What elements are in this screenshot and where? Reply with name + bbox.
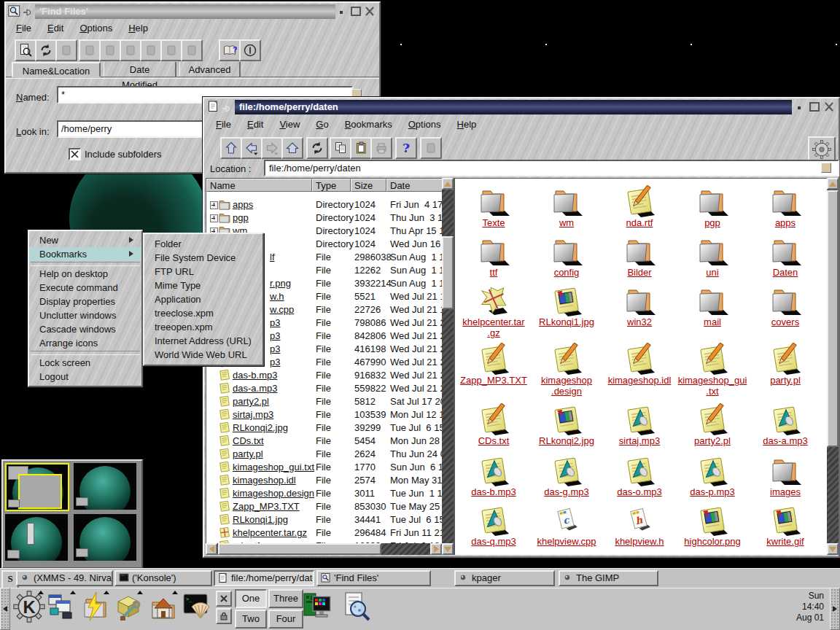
- tree-file-name[interactable]: apps: [233, 199, 253, 210]
- kfm-app-icon[interactable]: [207, 101, 219, 113]
- submenu-item-mime-type[interactable]: Mime Type: [144, 279, 262, 292]
- submenu-item-ftp-url[interactable]: FTP URL: [144, 265, 262, 279]
- menu-help[interactable]: Help: [457, 119, 477, 130]
- file-icon-cell[interactable]: Zapp_MP3.TXT: [459, 343, 529, 386]
- file-icon-cell[interactable]: RLkonqi1.jpg: [532, 284, 602, 327]
- file-icon-cell[interactable]: apps: [750, 185, 820, 228]
- file-icon-label[interactable]: images: [750, 487, 820, 497]
- menu-help[interactable]: Help: [128, 23, 148, 34]
- file-icon-label[interactable]: khelpview.h: [604, 537, 674, 547]
- pager-window-thumb-active[interactable]: [18, 474, 62, 509]
- file-icon-cell[interactable]: covers: [750, 284, 820, 327]
- disk-toolbar-button[interactable]: [181, 39, 203, 61]
- file-icon-label[interactable]: .txt: [677, 386, 747, 397]
- file-icon-cell[interactable]: kimageshop.idl: [604, 343, 674, 386]
- tree-row[interactable]: das-a.mp3File559822Wed Jul 21 21: [206, 382, 443, 395]
- forward-toolbar-button[interactable]: [261, 137, 283, 159]
- taskbar-entry-xmms-49-nirvan[interactable]: (XMMS - 49. Nirvan...: [16, 570, 113, 586]
- file-icon-label[interactable]: uni: [677, 268, 747, 278]
- file-icon-label[interactable]: party2.pl: [677, 436, 747, 446]
- file-icon-cell[interactable]: highcolor.png: [677, 504, 747, 547]
- tree-row[interactable]: khelpcenter.tar.gzFile296484Fri Jun 11 2…: [206, 526, 443, 540]
- pager-window-thumb[interactable]: [27, 523, 34, 545]
- back-toolbar-button[interactable]: [241, 137, 262, 159]
- tree-file-name[interactable]: p3: [270, 357, 280, 368]
- tree-row[interactable]: pgpDirectory1024Thu Jun 3 19: [206, 211, 443, 225]
- context-menu-item-logout[interactable]: Logout: [29, 370, 141, 384]
- file-icon-label[interactable]: .design: [532, 386, 602, 397]
- tree-expander-icon[interactable]: [210, 201, 218, 209]
- file-icon-cell[interactable]: config: [532, 235, 602, 278]
- tree-file-name[interactable]: party2.pl: [233, 396, 269, 407]
- up-toolbar-button[interactable]: [220, 137, 242, 159]
- scrollbar-thumb[interactable]: [442, 236, 454, 309]
- new-toolbar-button[interactable]: [79, 39, 101, 61]
- tree-row[interactable]: kimageshop_gui.txtFile1770Sun Jun 6 14: [206, 461, 443, 474]
- file-icon-cell[interactable]: party2.pl: [677, 403, 747, 446]
- file-icon-cell[interactable]: Texte: [459, 185, 529, 228]
- file-icon-cell[interactable]: win32: [604, 284, 674, 327]
- file-icon-cell[interactable]: das-o.mp3: [604, 454, 674, 497]
- submenu-item-treeopen-xpm[interactable]: treeopen.xpm: [144, 320, 262, 334]
- shell-icon[interactable]: >_: [181, 591, 213, 624]
- file-icon-cell[interactable]: pgp: [677, 185, 747, 228]
- file-icon-cell[interactable]: hkhelpview.h: [604, 504, 674, 547]
- file-icon-label[interactable]: nda.rtf: [604, 218, 674, 228]
- file-icon-label[interactable]: pgp: [677, 218, 747, 228]
- window-list-icon[interactable]: [45, 591, 77, 624]
- tab-advanced[interactable]: Advanced: [179, 62, 241, 77]
- scroll-down-button[interactable]: [827, 543, 839, 555]
- taskbar-entry-the-gimp[interactable]: The GIMP: [559, 570, 658, 586]
- menu-options[interactable]: Options: [79, 23, 112, 34]
- file-icon-label[interactable]: apps: [750, 218, 820, 228]
- file-icon-label[interactable]: .gz: [459, 328, 529, 338]
- file-icon-label[interactable]: win32: [604, 317, 674, 327]
- paste-toolbar-button[interactable]: [350, 137, 372, 159]
- display-settings-icon[interactable]: [302, 591, 334, 624]
- reload-toolbar-button[interactable]: [35, 39, 57, 61]
- file-icon-label[interactable]: covers: [750, 317, 820, 327]
- tree-file-name[interactable]: r.png: [270, 278, 291, 289]
- submenu-item-application[interactable]: Application: [144, 292, 262, 306]
- submenu-item-folder[interactable]: Folder: [144, 237, 262, 251]
- icon-view-vertical-scrollbar[interactable]: [827, 178, 839, 555]
- file-icon-label[interactable]: kimageshop_gui: [677, 376, 747, 386]
- file-icon-label[interactable]: sirtaj.mp3: [604, 436, 674, 446]
- taskbar-entry-konsole[interactable]: ('Konsole'): [114, 570, 212, 586]
- stop-toolbar-button[interactable]: [55, 39, 77, 61]
- tab-name-location[interactable]: Name&Location: [12, 62, 101, 77]
- tree-file-name[interactable]: RLkonqi2.jpg: [233, 422, 288, 433]
- file-icon-cell[interactable]: kwrite.gif: [750, 504, 820, 547]
- tree-row[interactable]: kimageshop.designFile3011Tue Jun 1 15: [206, 487, 443, 500]
- location-input[interactable]: file:/home/perry/daten: [264, 160, 839, 176]
- file-icon-label[interactable]: das-o.mp3: [604, 487, 674, 497]
- context-menu-item-display-properties[interactable]: Display properties: [29, 295, 141, 308]
- copy-toolbar-button[interactable]: [330, 137, 351, 159]
- scroll-left-button[interactable]: [206, 543, 217, 555]
- file-icon-cell[interactable]: RLkonqi2.jpg: [532, 403, 602, 446]
- file-icon-label[interactable]: khelpcenter.tar: [459, 317, 529, 327]
- maximize-button[interactable]: [809, 102, 820, 112]
- tree-row[interactable]: appsDirectory1024Fri Jun 4 17:: [206, 198, 443, 211]
- tree-row[interactable]: RLkonqi2.jpgFile39299Tue Jul 6 15:: [206, 421, 443, 435]
- go-toolbar-button[interactable]: [140, 39, 162, 61]
- tree-row[interactable]: party2.plFile5812Sat Jul 17 20:: [206, 395, 443, 408]
- scroll-up-button[interactable]: [827, 178, 839, 190]
- package-tools-icon[interactable]: [112, 591, 144, 624]
- tab-date-modified[interactable]: Date Modified: [104, 62, 176, 77]
- file-icon-label[interactable]: kimageshop: [532, 376, 602, 386]
- context-menu-item-cascade-windows[interactable]: Cascade windows: [29, 322, 141, 336]
- file-icon-label[interactable]: khelpview.cpp: [532, 537, 602, 547]
- tree-file-name[interactable]: das-a.mp3: [233, 383, 277, 394]
- context-menu-item-help-on-desktop[interactable]: Help on desktop: [29, 267, 141, 281]
- tree-file-name[interactable]: p3: [270, 330, 280, 341]
- tree-file-name[interactable]: das-b.mp3: [233, 370, 277, 381]
- tree-file-name[interactable]: lf: [270, 252, 275, 262]
- maximize-button[interactable]: [351, 7, 361, 16]
- file-icon-label[interactable]: das-g.mp3: [532, 487, 602, 497]
- file-icon-cell[interactable]: das-b.mp3: [459, 454, 529, 497]
- menu-file[interactable]: File: [16, 23, 31, 34]
- menu-options[interactable]: Options: [408, 119, 441, 130]
- file-icon-cell[interactable]: ckhelpview.cpp: [532, 504, 602, 547]
- titlebar[interactable]: 'Find Files': [35, 4, 335, 19]
